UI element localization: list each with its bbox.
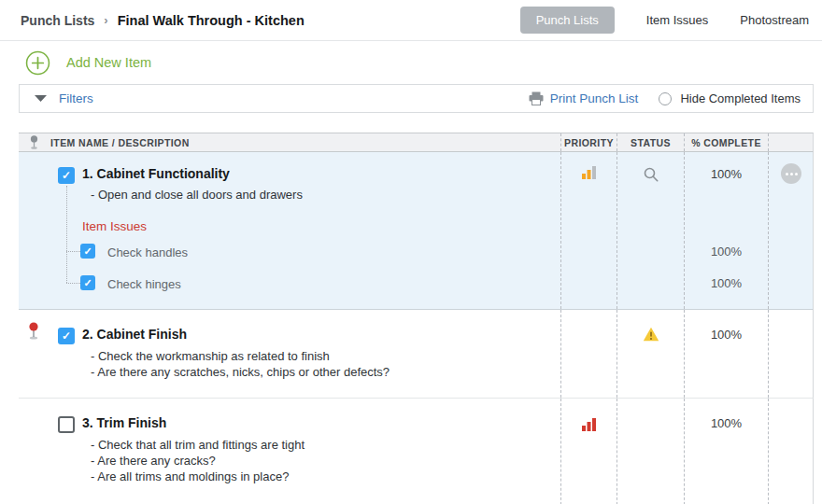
plus-circle-icon [25,50,50,76]
column-item-label: ITEM NAME / DESCRIPTION [50,137,190,148]
tree-connector-horizontal [66,251,80,252]
punch-list-table: ITEM NAME / DESCRIPTION PRIORITY STATUS … [19,133,814,504]
filters-toggle[interactable]: Filters [34,91,93,105]
filters-label: Filters [59,91,93,105]
item-description: - Are there any scratches, nicks, chips … [91,364,390,380]
tree-connector-horizontal [66,283,80,284]
header-tabs: Punch Lists Item Issues Photostream [520,7,809,34]
item-issues-link[interactable]: Item Issues [82,219,147,233]
page-header: Punch Lists › Final Walk Through - Kitch… [0,0,822,41]
item-checkbox[interactable] [58,328,75,344]
item-description: - Open and close all doors and drawers [91,187,303,203]
item-cell-cabinet-finish: 2. Cabinet Finish - Check the workmanshi… [19,310,560,398]
column-actions [768,133,814,151]
add-new-item-label: Add New Item [66,55,151,70]
column-complete[interactable]: % COMPLETE [684,133,768,151]
page-title: Final Walk Through - Kitchen [118,13,305,28]
printer-icon [529,91,544,105]
hide-completed-checkbox[interactable] [659,92,672,105]
item-description: - Check the workmanship as related to fi… [91,348,330,364]
item-title[interactable]: 2. Cabinet Finish [82,327,187,342]
table-row[interactable]: 3. Trim Finish - Check that all trim and… [19,399,814,504]
priority-cell [560,310,616,398]
sub-item-label[interactable]: Check handles [107,245,188,259]
tab-photostream[interactable]: Photostream [740,13,809,27]
table-row[interactable]: 1. Cabinet Functionality - Open and clos… [19,152,814,310]
breadcrumb-punch-lists[interactable]: Punch Lists [21,13,94,28]
actions-cell [768,152,814,309]
sub-item-percent-complete: 100% [685,245,768,259]
tab-item-issues[interactable]: Item Issues [646,13,708,27]
hide-completed-label: Hide Completed Items [680,91,801,105]
search-status-icon[interactable] [617,166,684,183]
column-status[interactable]: STATUS [616,133,684,151]
status-cell [616,152,684,309]
pin-column-icon [29,135,39,149]
status-cell [616,399,684,504]
column-item-name[interactable]: ITEM NAME / DESCRIPTION [19,133,560,151]
table-row[interactable]: 2. Cabinet Finish - Check the workmanshi… [19,310,814,399]
priority-high-icon [561,417,616,431]
filter-bar: Filters Print Punch List Hide Completed … [19,84,814,113]
item-title[interactable]: 3. Trim Finish [82,415,166,430]
item-title[interactable]: 1. Cabinet Functionality [82,166,230,181]
priority-medium-icon [561,165,616,179]
breadcrumb-chevron-icon: › [104,13,107,27]
breadcrumb: Punch Lists › Final Walk Through - Kitch… [21,13,305,28]
priority-cell [560,399,616,504]
table-header: ITEM NAME / DESCRIPTION PRIORITY STATUS … [19,133,814,152]
item-cell-cabinet-functionality: 1. Cabinet Functionality - Open and clos… [19,152,560,309]
status-cell [616,310,684,398]
percent-complete: 100% [685,416,768,430]
item-description: - Check that all trim and fittings are t… [91,437,305,453]
print-punch-list-label: Print Punch List [550,91,639,105]
item-checkbox[interactable] [58,167,75,184]
percent-complete: 100% [685,167,768,181]
sub-item-checkbox[interactable] [80,244,95,259]
filter-bar-right: Print Punch List Hide Completed Items [529,91,801,105]
warning-status-icon[interactable] [617,327,684,342]
sub-item-percent-complete: 100% [685,276,768,290]
percent-complete: 100% [685,328,768,342]
row-actions-ellipsis-button[interactable] [781,163,801,184]
punch-list-page: Punch Lists › Final Walk Through - Kitch… [0,0,822,504]
actions-cell [768,399,814,504]
complete-cell: 100% [684,310,768,398]
tab-punch-lists[interactable]: Punch Lists [520,7,615,34]
item-cell-trim-finish: 3. Trim Finish - Check that all trim and… [19,399,560,504]
pushpin-icon [27,322,40,343]
hide-completed-toggle[interactable]: Hide Completed Items [659,91,801,105]
item-checkbox[interactable] [58,416,75,433]
priority-cell [560,152,616,309]
item-description: - Are all trims and moldings in place? [91,469,289,484]
sub-item-label[interactable]: Check hinges [107,277,181,291]
item-description: - Are there any cracks? [91,453,216,469]
sub-item-checkbox[interactable] [80,275,95,290]
complete-cell: 100% 100% 100% [684,152,768,309]
column-priority[interactable]: PRIORITY [560,133,616,151]
caret-down-icon [34,94,48,103]
actions-cell [768,310,814,398]
add-item-row: Add New Item [0,41,822,84]
complete-cell: 100% [684,399,768,504]
add-new-item-button[interactable]: Add New Item [25,50,151,76]
tree-connector-vertical [66,186,67,283]
print-punch-list-button[interactable]: Print Punch List [529,91,639,105]
